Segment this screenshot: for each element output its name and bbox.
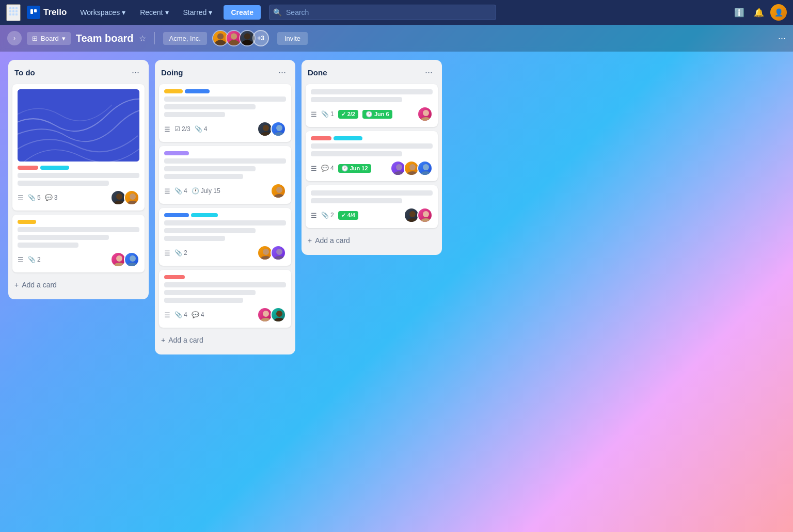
label-cyan [334, 136, 362, 140]
column-doing-title: Doing [161, 68, 183, 77]
user-avatar[interactable]: 👤 [770, 4, 787, 21]
nav-right-section: ℹ️ 🔔 👤 [731, 4, 787, 21]
member-count-badge[interactable]: +3 [252, 30, 269, 46]
description-icon: ☰ [311, 212, 317, 219]
search-container: 🔍 [269, 5, 496, 20]
check-icon: ✓ [341, 111, 346, 118]
svg-rect-5 [15, 10, 18, 12]
collapse-sidebar-button[interactable]: › [7, 31, 22, 45]
workspace-badge[interactable]: Acme, Inc. [163, 32, 207, 45]
label-pink [311, 136, 331, 140]
card-todo-2[interactable]: ☰ 📎 2 [12, 215, 145, 272]
workspaces-menu[interactable]: Workspaces ▾ [75, 5, 131, 20]
column-todo-menu[interactable]: ··· [129, 66, 142, 79]
svg-rect-9 [30, 9, 33, 14]
svg-rect-1 [12, 7, 14, 9]
checklist-badge: ✓ 4/4 [338, 211, 358, 220]
comments-badge: 💬 3 [45, 194, 58, 201]
board-title: Team board [76, 33, 134, 44]
label-blue [185, 89, 210, 93]
comments-badge: 💬 4 [321, 165, 334, 172]
board-view-button[interactable]: ⊞ Board ▾ [27, 32, 71, 45]
attachment-icon: 📎 [175, 249, 182, 256]
svg-point-40 [423, 110, 429, 116]
check-icon: ✓ [341, 212, 346, 219]
clock-icon: 🕐 [192, 187, 199, 195]
card-done-2[interactable]: ☰ 💬 4 🕐 Jun 12 [306, 131, 438, 181]
svg-rect-4 [12, 10, 14, 12]
column-done-header: Done ··· [306, 66, 438, 79]
card-todo-1[interactable]: ☰ 📎 5 💬 3 [12, 84, 145, 211]
svg-point-34 [276, 249, 282, 255]
attachments-badge: 📎 2 [175, 249, 187, 256]
separator [154, 32, 155, 44]
svg-point-12 [215, 40, 226, 47]
description-icon: ☰ [164, 187, 170, 195]
create-button[interactable]: Create [224, 5, 261, 20]
recent-menu[interactable]: Recent ▾ [135, 5, 173, 20]
svg-point-39 [274, 318, 285, 323]
card-avatar [124, 252, 139, 267]
card-meta: ☰ ☑ 2/3 📎 4 [164, 121, 286, 137]
card-labels [18, 220, 139, 224]
card-labels [164, 213, 286, 217]
svg-point-37 [260, 318, 272, 323]
svg-rect-3 [9, 10, 11, 12]
column-doing-menu[interactable]: ··· [275, 66, 289, 79]
card-done-3[interactable]: ☰ 📎 2 ✓ 4/4 [306, 185, 438, 228]
column-done: Done ··· ☰ 📎 1 ✓ 2/2 🕐 J [302, 60, 442, 255]
svg-rect-0 [9, 7, 11, 9]
svg-point-43 [393, 171, 405, 176]
info-icon-button[interactable]: ℹ️ [731, 4, 748, 21]
card-doing-2[interactable]: ☰ 📎 4 🕐 July 15 [159, 146, 291, 204]
svg-point-15 [244, 33, 250, 39]
svg-rect-6 [9, 13, 11, 15]
card-doing-1[interactable]: ☰ ☑ 2/3 📎 4 [159, 84, 291, 142]
comments-badge: 💬 4 [192, 311, 204, 318]
clock-icon: 🕐 [366, 111, 373, 118]
svg-point-13 [231, 33, 237, 39]
starred-menu[interactable]: Starred ▾ [178, 5, 218, 20]
plus-icon: + [161, 336, 165, 344]
star-button[interactable]: ☆ [139, 34, 146, 43]
notifications-button[interactable]: 🔔 [751, 4, 767, 21]
label-yellow [18, 220, 36, 224]
search-input[interactable] [269, 5, 496, 20]
svg-point-23 [114, 263, 125, 267]
card-doing-4[interactable]: ☰ 📎 4 💬 4 [159, 270, 291, 328]
svg-point-35 [274, 256, 285, 261]
svg-point-11 [217, 33, 224, 39]
card-labels [164, 275, 286, 279]
invite-button[interactable]: Invite [277, 32, 308, 45]
checklist-icon: ☑ [175, 125, 180, 133]
card-avatar [271, 245, 286, 261]
svg-point-32 [263, 249, 269, 255]
svg-point-42 [396, 164, 402, 170]
add-card-button-todo[interactable]: + Add a card [12, 277, 145, 293]
more-options-button[interactable]: ··· [778, 33, 786, 44]
member-avatars: +3 [212, 30, 269, 46]
svg-point-36 [263, 311, 269, 317]
add-card-button-doing[interactable]: + Add a card [159, 332, 291, 348]
trello-logo[interactable]: Trello [27, 6, 67, 19]
card-labels [164, 151, 286, 155]
card-avatars [257, 245, 286, 261]
grid-icon[interactable] [6, 4, 21, 21]
label-pink [18, 166, 38, 170]
chevron-down-icon: ▾ [122, 8, 125, 17]
column-done-menu[interactable]: ··· [422, 66, 436, 79]
svg-point-27 [260, 132, 272, 137]
svg-point-28 [276, 125, 282, 131]
card-doing-3[interactable]: ☰ 📎 2 [159, 208, 291, 266]
attachments-badge: 📎 4 [195, 125, 208, 133]
due-date-badge: 🕐 Jun 12 [338, 164, 371, 173]
label-purple [164, 151, 189, 155]
add-card-button-done[interactable]: + Add a card [306, 232, 438, 249]
description-icon: ☰ [164, 311, 170, 319]
svg-point-26 [263, 125, 269, 131]
column-doing-header: Doing ··· [159, 66, 291, 79]
column-doing: Doing ··· ☰ ☑ 2/3 📎 4 [155, 60, 295, 354]
description-icon: ☰ [18, 194, 24, 202]
svg-point-45 [407, 171, 418, 176]
card-done-1[interactable]: ☰ 📎 1 ✓ 2/2 🕐 Jun 6 [306, 84, 438, 127]
